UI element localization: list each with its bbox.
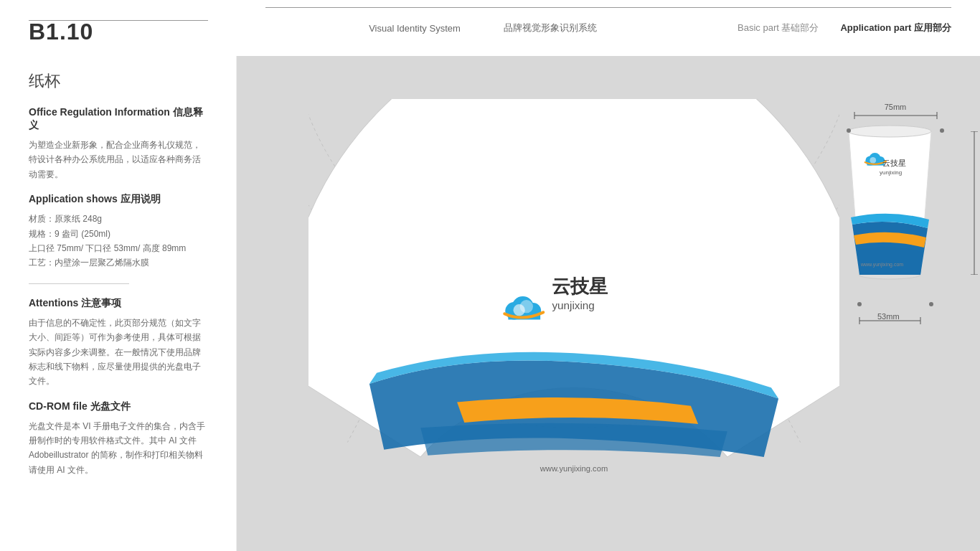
svg-text:53mm: 53mm (877, 314, 900, 321)
section-title: 纸杯 (29, 70, 207, 92)
app-line-4: 工艺：内壁涂一层聚乙烯隔水膜 (29, 255, 207, 270)
dim-height-line: 89mm (967, 131, 980, 278)
app-part-label: Application part 应用部分 (840, 22, 951, 34)
attention-heading: Attentions 注意事项 (29, 297, 207, 310)
info-text: 为塑造企业新形象，配合企业商务礼仪规范，特设计各种办公系统用品，以适应各种商务活… (29, 138, 207, 182)
svg-text:yunjixing: yunjixing (880, 169, 902, 176)
cup-flat-diagram: www.yunjixing.com 云技星 yunjixing (308, 99, 839, 501)
svg-text:yunjixing: yunjixing (552, 299, 594, 311)
page-number: B1.10 (29, 19, 265, 45)
svg-point-12 (520, 300, 533, 313)
cdrom-text: 光盘文件是本 VI 手册电子文件的集合，内含手册制作时的专用软件格式文件。其中 … (29, 419, 207, 478)
app-line-1: 材质：原浆纸 248g (29, 212, 207, 226)
cdrom-heading: CD-ROM file 光盘文件 (29, 400, 207, 413)
header-title-cn: 品牌视觉形象识别系统 (504, 22, 597, 34)
header-center: Visual Identity System 品牌视觉形象识别系统 (265, 22, 700, 34)
dim-bottom-line: 53mm (831, 314, 960, 331)
header-title-en: Visual Identity System (369, 23, 461, 34)
app-line-2: 规格：9 盎司 (250ml) (29, 227, 207, 241)
info-heading: Office Regulation Information 信息释义 (29, 106, 207, 132)
header-left: B1.10 (29, 11, 265, 45)
app-lines: 材质：原浆纸 248g 规格：9 盎司 (250ml) 上口径 75mm/ 下口… (29, 212, 207, 270)
cup-3d-preview: 云技星 yunjixing www.yunjixing.com 75mm (831, 124, 960, 311)
header-right: Basic part 基础部分 Application part 应用部分 (700, 22, 951, 34)
header-center-line (265, 7, 700, 8)
left-panel: 纸杯 Office Regulation Information 信息释义 为塑… (0, 56, 237, 551)
svg-text:www.yunjixing.com: www.yunjixing.com (860, 262, 903, 268)
dim-75mm: 75mm (885, 103, 907, 111)
app-heading: Application shows 应用说明 (29, 193, 207, 206)
svg-text:云技星: 云技星 (552, 276, 608, 297)
corner-dot-tr (940, 128, 944, 133)
svg-point-15 (848, 126, 931, 137)
right-panel: www.yunjixing.com 云技星 yunjixing (237, 56, 980, 551)
svg-text:云技星: 云技星 (882, 159, 906, 167)
main-content: 纸杯 Office Regulation Information 信息释义 为塑… (0, 56, 980, 551)
header-left-divider (29, 20, 208, 21)
corner-dot-bl (857, 302, 862, 306)
header-right-line (700, 7, 951, 8)
divider (29, 283, 129, 284)
basic-part-label: Basic part 基础部分 (738, 22, 819, 34)
corner-dot-tl (847, 128, 851, 133)
header: B1.10 Visual Identity System 品牌视觉形象识别系统 … (0, 0, 980, 56)
app-line-3: 上口径 75mm/ 下口径 53mm/ 高度 89mm (29, 241, 207, 255)
svg-point-21 (870, 157, 876, 164)
svg-text:www.yunjixing.com: www.yunjixing.com (540, 464, 608, 473)
corner-dot-br (929, 302, 933, 306)
attention-text: 由于信息的不确定性，此页部分规范（如文字大小、间距等）可作为参考使用，具体可根据… (29, 316, 207, 389)
